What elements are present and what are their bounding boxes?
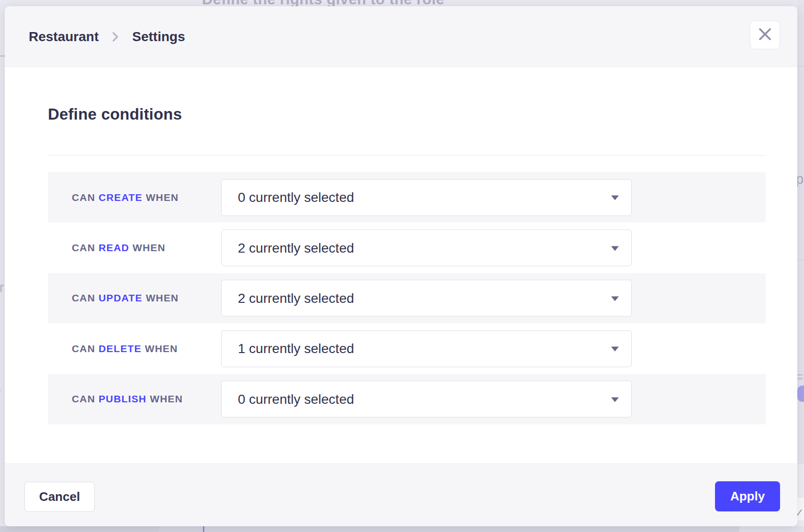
- select-value: 1 currently selected: [238, 341, 354, 356]
- background-bottom-left: [0, 526, 159, 532]
- condition-label: CAN READ WHEN: [72, 242, 166, 254]
- background-letter-fragment: ti: [0, 348, 5, 363]
- define-conditions-modal: Restaurant Settings Define conditions CA…: [5, 6, 797, 526]
- select-value: 2 currently selected: [238, 290, 354, 306]
- chevron-right-icon: [111, 31, 120, 43]
- select-read-conditions[interactable]: 2 currently selected: [221, 230, 632, 266]
- background-letter-fragment: er: [0, 280, 5, 295]
- conditions-list: CAN CREATE WHEN 0 currently selected CAN…: [48, 172, 766, 424]
- chevron-down-icon: [611, 196, 619, 200]
- condition-row-publish: CAN PUBLISH WHEN 0 currently selected: [48, 374, 766, 424]
- breadcrumb-settings: Settings: [132, 29, 185, 44]
- chevron-down-icon: [611, 397, 619, 402]
- background-letter-fragment: r: [0, 219, 5, 234]
- background-badge-fragment: [797, 386, 804, 402]
- dialog-title: Define conditions: [48, 105, 182, 123]
- condition-label: CAN DELETE WHEN: [72, 343, 178, 355]
- background-letter-fragment: g: [0, 151, 5, 166]
- background-text-lines: [797, 374, 803, 376]
- select-value: 0 currently selected: [238, 391, 354, 407]
- background-left-sliver: l—rdgoreerutiPe: [0, 0, 5, 532]
- breadcrumb-restaurant: Restaurant: [29, 29, 99, 44]
- background-letter-fragment: l: [0, 16, 5, 31]
- close-icon: [759, 28, 771, 42]
- condition-row-update: CAN UPDATE WHEN 2 currently selected: [48, 273, 766, 323]
- select-publish-conditions[interactable]: 0 currently selected: [221, 381, 632, 418]
- select-create-conditions[interactable]: 0 currently selected: [221, 179, 632, 216]
- select-update-conditions[interactable]: 2 currently selected: [221, 280, 632, 317]
- modal-footer: Cancel Apply: [5, 464, 797, 526]
- background-letter-fragment: u: [0, 323, 5, 338]
- background-page-title: Define the rights given to the role: [202, 0, 445, 6]
- background-letter-fragment: o: [0, 189, 5, 204]
- background-right-sliver: p ✓: [797, 0, 804, 532]
- page-backdrop: Define the rights given to the role l—rd…: [0, 0, 804, 532]
- background-letter-fragment: —: [0, 48, 5, 63]
- check-icon: ✓: [797, 506, 804, 520]
- background-divider: [797, 66, 804, 66]
- background-bottom-right: [739, 526, 804, 532]
- background-letter-fragment: P: [0, 386, 5, 400]
- modal-header: Restaurant Settings: [5, 6, 797, 67]
- select-delete-conditions[interactable]: 1 currently selected: [221, 330, 632, 367]
- background-letter-fragment: r: [0, 77, 5, 91]
- select-value: 0 currently selected: [238, 190, 354, 205]
- chevron-down-icon: [611, 347, 619, 352]
- condition-label: CAN CREATE WHEN: [72, 192, 179, 203]
- apply-button[interactable]: Apply: [715, 481, 780, 511]
- background-letter-fragment: e: [0, 414, 5, 429]
- select-value: 2 currently selected: [238, 240, 354, 255]
- condition-row-read: CAN READ WHEN 2 currently selected: [48, 222, 766, 273]
- modal-body: Define conditions CAN CREATE WHEN 0 curr…: [5, 67, 797, 464]
- chevron-down-icon: [611, 246, 619, 251]
- condition-label: CAN UPDATE WHEN: [72, 292, 179, 304]
- condition-row-delete: CAN DELETE WHEN 1 currently selected: [48, 323, 766, 374]
- background-letter-fragment: e: [0, 246, 5, 261]
- title-divider: [48, 155, 766, 155]
- background-bottom-strip: [0, 526, 804, 532]
- breadcrumb: Restaurant Settings: [29, 6, 185, 67]
- background-divider: [797, 260, 804, 260]
- cancel-button[interactable]: Cancel: [24, 482, 95, 512]
- background-letter-fragment: p: [797, 171, 804, 187]
- chevron-down-icon: [611, 296, 619, 301]
- condition-label: CAN PUBLISH WHEN: [72, 393, 183, 405]
- background-bottom-divider: [203, 526, 204, 532]
- condition-row-create: CAN CREATE WHEN 0 currently selected: [48, 172, 766, 222]
- close-button[interactable]: [750, 21, 780, 49]
- background-letter-fragment: d: [0, 115, 5, 130]
